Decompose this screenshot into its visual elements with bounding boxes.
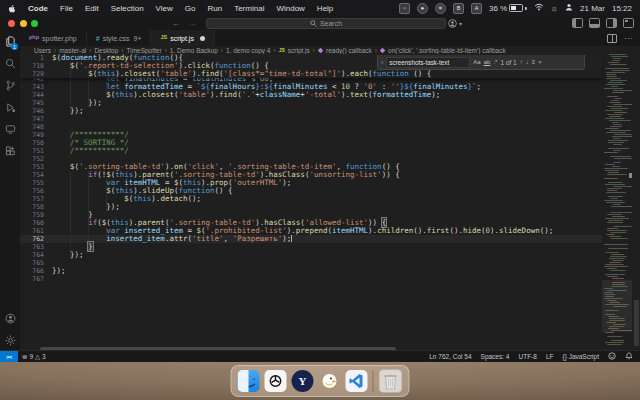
line-number[interactable]: 760 [20, 219, 44, 227]
breadcrumb-item[interactable]: 1. demo copy 4 [226, 47, 270, 54]
menubar-app-icon-3[interactable]: ✳ [435, 3, 446, 14]
tab-spotter-php[interactable]: php spotter.php [20, 30, 87, 46]
breadcrumb-item[interactable]: on('click', '.sorting-table-td-item') ca… [388, 47, 506, 54]
input-source-icon[interactable]: A [471, 3, 482, 14]
window-title-bar[interactable]: ← → Search ▾ [0, 16, 640, 31]
editor-line[interactable]: 744 $(this).closest('table').find('.'+cl… [20, 91, 602, 99]
line-number[interactable]: 743 [20, 83, 44, 91]
menu-item-file[interactable]: File [60, 4, 73, 13]
zoom-window-button[interactable] [31, 20, 38, 27]
line-number[interactable]: 752 [20, 155, 44, 163]
close-window-button[interactable] [8, 20, 15, 27]
breadcrumb-item[interactable]: script.js [288, 47, 310, 54]
menu-item-go[interactable]: Go [185, 4, 196, 13]
customize-layout-button[interactable] [623, 18, 634, 28]
sticky-line[interactable]: 729 $(this).closest('table').find('[clas… [20, 70, 602, 78]
editor-line[interactable]: 746 }); [20, 107, 602, 115]
vertical-scrollbar[interactable] [633, 54, 640, 346]
breadcrumb-item[interactable]: Users [34, 47, 51, 54]
source-control-view-button[interactable] [0, 74, 20, 96]
line-number[interactable]: 767 [20, 275, 44, 283]
menubar-app-badge[interactable]: B [453, 3, 464, 14]
line-number[interactable]: 747 [20, 115, 44, 123]
apple-icon[interactable] [8, 4, 16, 13]
manage-settings-button[interactable] [0, 329, 20, 351]
line-number[interactable]: 729 [20, 70, 44, 78]
remote-explorer-view-button[interactable] [0, 118, 20, 140]
menu-item-selection[interactable]: Selection [111, 4, 144, 13]
line-number[interactable]: 1 [20, 54, 44, 62]
menu-item-window[interactable]: Window [276, 4, 304, 13]
accounts-button[interactable] [0, 307, 20, 329]
wifi-icon[interactable] [534, 3, 544, 13]
dock-yandex-browser-icon[interactable]: Y [292, 370, 314, 392]
match-case-button[interactable]: Aa [473, 59, 480, 65]
editor-line[interactable]: 745 }); [20, 99, 602, 107]
tab-style-css[interactable]: # style.css 9+ [87, 30, 152, 46]
menubar-app-icon-2[interactable]: ● [417, 3, 428, 14]
minimap[interactable] [602, 54, 632, 346]
menu-bar-date[interactable]: 21 Mar [580, 4, 605, 13]
line-number[interactable]: 761 [20, 227, 44, 235]
editor-line[interactable]: 747 [20, 115, 602, 123]
menubar-app-icon-1[interactable]: ▫ [399, 3, 410, 14]
find-input[interactable] [386, 57, 470, 68]
dock-vscode-icon[interactable] [346, 370, 368, 392]
line-number[interactable]: 759 [20, 211, 44, 219]
line-number[interactable]: 757 [20, 195, 44, 203]
weather-icon[interactable]: ☼ [551, 4, 558, 13]
problems-indicator[interactable]: ⊗ 9 △ 3 [18, 353, 50, 361]
editor-line[interactable]: 765 [20, 259, 602, 267]
notifications-bell-icon[interactable] [625, 352, 633, 361]
minimize-window-button[interactable] [20, 20, 27, 27]
menu-item-help[interactable]: Help [317, 4, 333, 13]
line-number[interactable]: 753 [20, 163, 44, 171]
close-find-button[interactable]: × [538, 59, 542, 65]
dock-duckduckgo-icon[interactable] [319, 370, 341, 392]
line-number[interactable]: 746 [20, 107, 44, 115]
user-icon[interactable] [565, 3, 573, 13]
line-number[interactable]: 750 [20, 139, 44, 147]
breadcrumb-item[interactable]: ready() callback [326, 47, 372, 54]
more-actions-button[interactable]: ⋯ [624, 34, 632, 43]
code-editor[interactable]: 742 let finalMinutes = totalMinutes % 60… [20, 54, 640, 346]
go-back-button[interactable]: ← [172, 19, 180, 28]
indentation-setting[interactable]: Spaces: 4 [481, 353, 510, 360]
line-number[interactable]: 751 [20, 147, 44, 155]
editor-line[interactable]: 758 }); [20, 203, 602, 211]
dock-chatgpt-icon[interactable] [265, 370, 287, 392]
run-debug-view-button[interactable] [0, 96, 20, 118]
editor-line[interactable]: 764 }); [20, 251, 602, 259]
line-number[interactable]: 748 [20, 123, 44, 131]
line-number[interactable]: 749 [20, 131, 44, 139]
next-match-button[interactable]: ↓ [526, 59, 529, 65]
cursor-position[interactable]: Ln 762, Col 54 [429, 353, 471, 360]
menu-item-run[interactable]: Run [207, 4, 222, 13]
tab-script-js[interactable]: JS script.js [151, 30, 214, 46]
dock-finder-icon[interactable] [238, 370, 260, 392]
eol-setting[interactable]: LF [546, 353, 554, 360]
editor-line[interactable]: 763 } [20, 243, 602, 251]
line-number[interactable]: 744 [20, 91, 44, 99]
menu-item-terminal[interactable]: Terminal [234, 4, 264, 13]
previous-match-button[interactable]: ↑ [520, 59, 523, 65]
line-number[interactable]: 756 [20, 187, 44, 195]
menu-bar-clock[interactable]: 15:22 [612, 4, 632, 13]
toggle-primary-sidebar-button[interactable] [572, 18, 583, 28]
line-number[interactable]: 763 [20, 243, 44, 251]
remote-indicator[interactable]: >< [0, 351, 18, 362]
line-number[interactable]: 710 [20, 62, 44, 70]
search-view-button[interactable] [0, 52, 20, 74]
extensions-view-button[interactable] [0, 140, 20, 162]
unsaved-changes-dot[interactable] [200, 36, 205, 41]
vertical-scrollbar-thumb[interactable] [634, 300, 639, 346]
feedback-icon[interactable] [608, 352, 616, 361]
line-number[interactable]: 758 [20, 203, 44, 211]
line-number[interactable]: 762 [20, 235, 44, 243]
menu-item-view[interactable]: View [156, 4, 173, 13]
breadcrumb-item[interactable]: Desktop [94, 47, 118, 54]
find-in-selection-button[interactable]: ≡ [532, 59, 536, 65]
command-center-search[interactable]: Search [206, 18, 446, 29]
editor-line[interactable]: 767 [20, 275, 602, 283]
encoding-setting[interactable]: UTF-8 [518, 353, 536, 360]
